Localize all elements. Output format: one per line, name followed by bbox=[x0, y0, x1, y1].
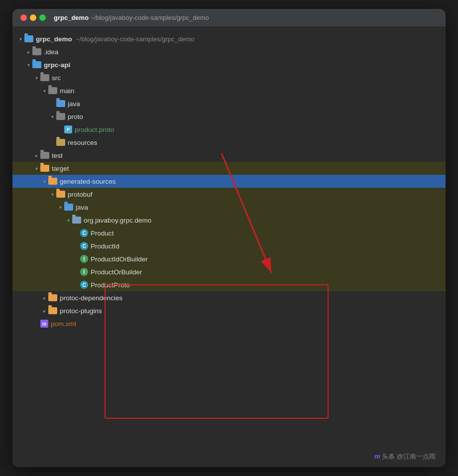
expand-arrow[interactable] bbox=[24, 62, 32, 68]
close-button[interactable] bbox=[20, 14, 27, 21]
file-label: proto bbox=[68, 113, 83, 120]
tree-row[interactable]: protoc-plugins bbox=[12, 304, 446, 317]
folder-icon bbox=[64, 204, 73, 211]
tree-row[interactable]: grpc-api bbox=[12, 58, 446, 71]
tree-row[interactable]: src bbox=[12, 71, 446, 84]
folder-icon bbox=[56, 100, 65, 107]
expand-arrow[interactable] bbox=[56, 205, 64, 210]
expand-arrow[interactable] bbox=[40, 308, 48, 314]
folder-icon bbox=[40, 165, 49, 172]
file-label: test bbox=[52, 152, 63, 159]
folder-icon bbox=[32, 61, 41, 68]
tree-row[interactable]: protobuf bbox=[12, 188, 446, 201]
tree-row[interactable]: test bbox=[12, 149, 446, 162]
file-label: pom.xml bbox=[51, 320, 76, 328]
project-path: ~/blog/javaboy-code-samples/grpc_demo bbox=[91, 14, 209, 21]
tree-row[interactable]: org.javaboy.grpc.demo bbox=[12, 214, 446, 227]
expand-arrow[interactable] bbox=[24, 49, 32, 55]
title-bar: grpc_demo ~/blog/javaboy-code-samples/gr… bbox=[12, 9, 446, 26]
folder-icon bbox=[56, 191, 65, 198]
file-label: protoc-plugins bbox=[60, 307, 102, 315]
file-label: java bbox=[68, 100, 80, 108]
expand-arrow[interactable] bbox=[40, 295, 48, 301]
tree-row[interactable]: I ProductOrBuilder bbox=[12, 265, 446, 278]
file-label: protoc-dependencies bbox=[60, 294, 122, 302]
tree-row[interactable]: generated-sources bbox=[12, 175, 446, 188]
class-icon: C bbox=[80, 281, 88, 289]
interface-icon: I bbox=[80, 255, 88, 263]
tree-row[interactable]: java bbox=[12, 97, 446, 110]
folder-icon bbox=[40, 74, 49, 81]
tree-row[interactable]: P product.proto bbox=[12, 123, 446, 136]
tree-row[interactable]: protoc-dependencies bbox=[12, 291, 446, 304]
file-label: target bbox=[52, 165, 69, 172]
file-label: protobuf bbox=[68, 191, 93, 198]
folder-icon bbox=[48, 294, 57, 301]
project-name: grpc_demo bbox=[54, 14, 89, 21]
tree-row[interactable]: proto bbox=[12, 110, 446, 123]
watermark-text: 头条 @江南一点雨 bbox=[382, 453, 436, 460]
xml-icon: m bbox=[40, 320, 48, 328]
watermark: m 头条 @江南一点雨 bbox=[374, 452, 436, 461]
window-controls bbox=[20, 14, 46, 21]
maximize-button[interactable] bbox=[39, 14, 46, 21]
tree-row[interactable]: target bbox=[12, 162, 446, 175]
file-label: .idea bbox=[44, 48, 58, 56]
expand-arrow[interactable] bbox=[64, 218, 72, 223]
folder-icon bbox=[48, 307, 57, 314]
folder-icon bbox=[32, 48, 41, 55]
expand-arrow[interactable] bbox=[40, 179, 48, 184]
class-icon: C bbox=[80, 229, 88, 237]
tree-row[interactable]: grpc_demo ~/blog/javaboy-code-samples/gr… bbox=[12, 32, 446, 45]
folder-icon bbox=[48, 178, 57, 185]
file-label: ProductOrBuilder bbox=[91, 268, 142, 276]
folder-icon bbox=[24, 35, 33, 42]
file-label: ProductIdOrBuilder bbox=[91, 255, 148, 263]
tree-row[interactable]: C ProductProto bbox=[12, 278, 446, 291]
ide-window: grpc_demo ~/blog/javaboy-code-samples/gr… bbox=[12, 9, 446, 467]
tree-row[interactable]: .idea bbox=[12, 45, 446, 58]
expand-arrow[interactable] bbox=[48, 114, 56, 119]
tree-row[interactable]: main bbox=[12, 84, 446, 97]
folder-icon bbox=[72, 217, 81, 224]
watermark-icon: m bbox=[374, 453, 380, 460]
file-label: ProductProto bbox=[91, 281, 130, 289]
expand-arrow[interactable] bbox=[16, 36, 24, 42]
folder-icon bbox=[40, 152, 49, 159]
window-title: grpc_demo ~/blog/javaboy-code-samples/gr… bbox=[54, 14, 209, 21]
interface-icon: I bbox=[80, 268, 88, 276]
expand-arrow[interactable] bbox=[32, 75, 40, 81]
folder-icon bbox=[56, 139, 65, 146]
file-label: java bbox=[76, 204, 88, 211]
tree-row[interactable]: resources bbox=[12, 136, 446, 149]
file-label: main bbox=[60, 87, 74, 95]
file-label: product.proto bbox=[75, 126, 114, 133]
file-label: Product bbox=[91, 230, 114, 237]
expand-arrow[interactable] bbox=[32, 166, 40, 171]
file-label: generated-sources bbox=[60, 178, 116, 185]
tree-row[interactable]: C Product bbox=[12, 227, 446, 239]
expand-arrow[interactable] bbox=[40, 88, 48, 94]
file-label: org.javaboy.grpc.demo bbox=[84, 217, 151, 224]
proto-icon: P bbox=[64, 125, 72, 133]
expand-arrow[interactable] bbox=[48, 192, 56, 197]
folder-icon bbox=[56, 113, 65, 120]
minimize-button[interactable] bbox=[30, 14, 36, 21]
file-label: ProductId bbox=[91, 242, 119, 250]
class-icon: C bbox=[80, 242, 88, 250]
file-tree: grpc_demo ~/blog/javaboy-code-samples/gr… bbox=[12, 26, 446, 463]
expand-arrow[interactable] bbox=[32, 153, 40, 158]
tree-row[interactable]: I ProductIdOrBuilder bbox=[12, 252, 446, 265]
tree-row[interactable]: m pom.xml bbox=[12, 317, 446, 330]
tree-row[interactable]: java bbox=[12, 201, 446, 214]
folder-icon bbox=[48, 87, 57, 94]
root-label: grpc_demo ~/blog/javaboy-code-samples/gr… bbox=[36, 35, 194, 43]
file-label: resources bbox=[68, 139, 97, 146]
file-label: grpc-api bbox=[44, 61, 70, 69]
tree-row[interactable]: C ProductId bbox=[12, 239, 446, 252]
file-label: src bbox=[52, 74, 61, 82]
